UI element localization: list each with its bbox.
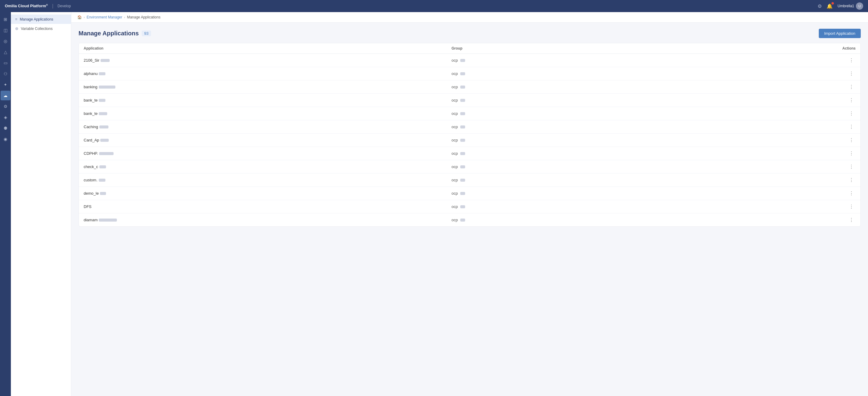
notification-dot (832, 2, 834, 4)
sidebar-icon-cloud[interactable]: ☁ (1, 91, 10, 101)
table-row: 2106_Sirocp⋮ (79, 54, 861, 67)
actions-cell: ⋮ (819, 190, 856, 197)
group-cell: ocp (452, 204, 819, 209)
user-menu[interactable]: Umbrella1 U (837, 2, 863, 10)
group-text: ocp (452, 138, 458, 142)
sidebar-icon-cog[interactable]: ◈ (1, 112, 10, 122)
settings-icon[interactable]: ⚙ (817, 3, 822, 9)
app-name-redacted (99, 219, 117, 222)
more-actions-button[interactable]: ⋮ (847, 176, 856, 183)
app-name-redacted (100, 139, 109, 142)
app-name-cell: check_c (84, 165, 452, 169)
more-actions-button[interactable]: ⋮ (847, 217, 856, 223)
actions-cell: ⋮ (819, 70, 856, 77)
more-actions-button[interactable]: ⋮ (847, 203, 856, 210)
group-redacted (460, 125, 465, 129)
page-title: Manage Applications (79, 30, 138, 37)
group-redacted (460, 165, 465, 168)
more-actions-button[interactable]: ⋮ (847, 190, 856, 197)
group-text: ocp (452, 178, 458, 182)
table-row: diamamocp⋮ (79, 214, 861, 226)
app-name-cell: bank_te (84, 111, 452, 116)
sidebar-icon-people[interactable]: ⚇ (1, 69, 10, 79)
nav-left: Omilia Cloud Platform® | Develop (5, 3, 71, 9)
app-name-cell: 2106_Sir (84, 58, 452, 63)
app-name-text: DFS (84, 204, 92, 209)
more-actions-button[interactable]: ⋮ (847, 97, 856, 104)
group-redacted (460, 205, 465, 208)
sidebar-icon-apps[interactable]: ◫ (1, 25, 10, 35)
group-redacted (460, 86, 465, 89)
more-actions-button[interactable]: ⋮ (847, 70, 856, 77)
import-application-button[interactable]: Import Application (819, 29, 861, 38)
sidebar-icon-users[interactable]: ◎ (1, 36, 10, 46)
app-name-redacted (99, 179, 105, 182)
group-redacted (460, 72, 465, 75)
app-name-text: alphanu (84, 71, 98, 76)
group-cell: ocp (452, 178, 819, 182)
app-name-redacted (99, 165, 106, 168)
app-name-text: diamam (84, 218, 98, 222)
table-row: bank_teocp⋮ (79, 94, 861, 107)
sidebar-icon-home[interactable]: ⊞ (1, 15, 10, 24)
breadcrumb-sep-1: › (84, 16, 85, 19)
actions-cell: ⋮ (819, 150, 856, 157)
sidebar-item-manage-applications[interactable]: ≡ Manage Applications (11, 15, 71, 24)
app-env: Develop (58, 4, 71, 8)
app-name-cell: DFS (84, 204, 452, 209)
username: Umbrella1 (837, 4, 854, 8)
group-redacted (460, 99, 465, 102)
group-redacted (460, 192, 465, 195)
main-content: 🏠 › Environment Manager › Manage Applica… (71, 12, 868, 396)
table-row: check_cocp⋮ (79, 160, 861, 173)
top-nav: Omilia Cloud Platform® | Develop ⚙ 🔔 Umb… (0, 0, 868, 12)
col-group: Group (452, 46, 819, 51)
sidebar-icon-globe[interactable]: ◉ (1, 134, 10, 144)
more-actions-button[interactable]: ⋮ (847, 150, 856, 157)
app-name-text: check_c (84, 165, 98, 169)
group-text: ocp (452, 71, 458, 76)
app-name-text: 2106_Sir (84, 58, 99, 63)
app-name-redacted (99, 125, 108, 129)
group-cell: ocp (452, 165, 819, 169)
actions-cell: ⋮ (819, 123, 856, 130)
more-actions-button[interactable]: ⋮ (847, 110, 856, 117)
more-actions-button[interactable]: ⋮ (847, 137, 856, 144)
sidebar-item-variable-collections[interactable]: ⊛ Variable Collections (11, 24, 71, 33)
app-name-text: banking (84, 85, 98, 89)
group-text: ocp (452, 191, 458, 196)
app-name-redacted (99, 152, 114, 155)
actions-cell: ⋮ (819, 217, 856, 223)
icon-sidebar: ⊞ ◫ ◎ △ ▭ ⚇ ✦ ☁ ⚙ ◈ ⚉ ◉ (0, 12, 11, 396)
sidebar-icon-team[interactable]: ⚉ (1, 123, 10, 133)
sidebar-icon-chat[interactable]: ▭ (1, 58, 10, 68)
group-cell: ocp (452, 151, 819, 156)
breadcrumb-sep-2: › (124, 16, 125, 19)
group-text: ocp (452, 85, 458, 89)
app-name-text: bank_te (84, 111, 98, 116)
col-application: Application (84, 46, 452, 51)
actions-cell: ⋮ (819, 176, 856, 183)
actions-cell: ⋮ (819, 110, 856, 117)
app-name-redacted (100, 59, 110, 62)
app-name-text: Card_Ap (84, 138, 99, 142)
app-name-cell: diamam (84, 218, 452, 222)
app-superscript: ® (46, 4, 48, 6)
breadcrumb-environment-manager[interactable]: Environment Manager (87, 15, 122, 19)
sidebar-icon-settings[interactable]: ⚙ (1, 102, 10, 111)
more-actions-button[interactable]: ⋮ (847, 57, 856, 64)
group-cell: ocp (452, 71, 819, 76)
more-actions-button[interactable]: ⋮ (847, 123, 856, 130)
group-text: ocp (452, 151, 458, 156)
app-name-cell: CDPHP. (84, 151, 452, 156)
layout: ⊞ ◫ ◎ △ ▭ ⚇ ✦ ☁ ⚙ ◈ ⚉ ◉ ≡ Manage Applica… (0, 12, 868, 396)
col-actions: Actions (819, 46, 856, 51)
notifications-icon[interactable]: 🔔 (827, 3, 833, 9)
sidebar-icon-analytics[interactable]: △ (1, 47, 10, 57)
more-actions-button[interactable]: ⋮ (847, 163, 856, 170)
breadcrumb-home-icon[interactable]: 🏠 (77, 15, 82, 19)
user-avatar: U (856, 2, 863, 10)
sidebar-icon-star[interactable]: ✦ (1, 80, 10, 89)
group-redacted (460, 112, 465, 115)
more-actions-button[interactable]: ⋮ (847, 83, 856, 90)
